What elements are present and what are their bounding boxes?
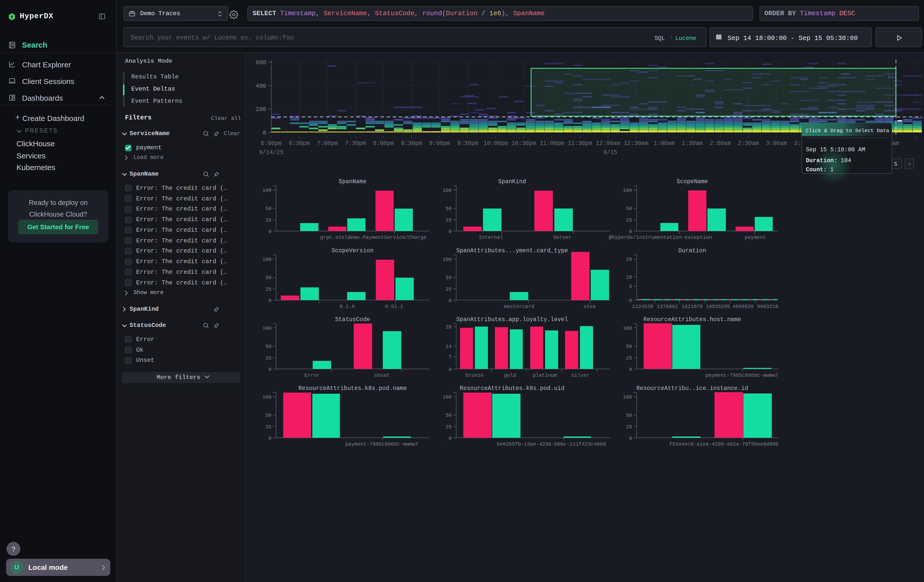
svg-text:0: 0 (629, 229, 632, 234)
svg-text:10: 10 (626, 274, 632, 280)
svg-text:1: 1 (830, 167, 834, 173)
svg-text:ScopeVersion: ScopeVersion (332, 247, 374, 254)
svg-text:50: 50 (446, 412, 452, 418)
svg-text:50: 50 (626, 206, 632, 211)
svg-text:payment-7985c8969c-mwmw7: payment-7985c8969c-mwmw7 (345, 441, 418, 447)
svg-text:gold: gold (504, 373, 516, 378)
svg-text:platinum: platinum (533, 373, 557, 378)
svg-text:Duration:: Duration: (806, 157, 837, 164)
svg-text:8:30pm: 8:30pm (401, 140, 422, 147)
svg-text:12:00am: 12:00am (596, 140, 620, 147)
svg-text:0: 0 (449, 367, 452, 373)
svg-text:0: 0 (629, 367, 632, 373)
svg-text:25: 25 (626, 424, 632, 430)
svg-text:25: 25 (266, 287, 271, 292)
svg-text:100: 100 (442, 394, 452, 400)
svg-text:7: 7 (449, 354, 452, 360)
svg-text:1376801: 1376801 (657, 303, 678, 310)
svg-text:0: 0 (629, 435, 632, 441)
svg-text:Unset: Unset (375, 373, 390, 378)
svg-text:SpanName: SpanName (338, 178, 366, 185)
svg-text:SpanAttributes...yment.card_ty: SpanAttributes...yment.card_type (456, 247, 568, 254)
svg-text:100: 100 (623, 325, 632, 331)
svg-text:mastercard: mastercard (504, 303, 535, 310)
svg-text:bronze: bronze (465, 373, 484, 378)
svg-text:50: 50 (446, 275, 452, 280)
svg-text:8:00pm: 8:00pm (373, 140, 394, 147)
svg-text:0: 0 (449, 435, 452, 441)
svg-text:Error: Error (304, 373, 320, 378)
svg-text:50: 50 (266, 206, 271, 211)
svg-text:4090920: 4090920 (733, 303, 754, 310)
svg-text:0.51.1: 0.51.1 (385, 303, 403, 310)
svg-text:9/15: 9/15 (603, 149, 617, 156)
svg-text:10:30pm: 10:30pm (512, 140, 536, 147)
svg-text:50: 50 (626, 344, 632, 350)
svg-text:25: 25 (446, 218, 452, 223)
svg-text:25: 25 (266, 424, 271, 430)
svg-text:9/14/25: 9/14/25 (259, 149, 284, 156)
svg-text:104: 104 (841, 157, 851, 164)
svg-text:SpanKind: SpanKind (498, 178, 526, 185)
svg-text:ResourceAttributes.k8s.pod.nam: ResourceAttributes.k8s.pod.name (299, 385, 407, 392)
svg-text:19935295: 19935295 (706, 303, 730, 310)
svg-text:100: 100 (623, 188, 632, 193)
svg-text:9:00pm: 9:00pm (429, 140, 450, 147)
svg-text:25: 25 (266, 218, 271, 223)
svg-text:ResourceAttributes.host.name: ResourceAttributes.host.name (644, 316, 741, 323)
svg-text:2:30am: 2:30am (738, 140, 759, 147)
svg-text:StatusCode: StatusCode (335, 316, 370, 323)
svg-text:6:30pm: 6:30pm (289, 140, 310, 147)
svg-text:100: 100 (262, 257, 271, 262)
svg-text:@hyperdx/instrumentation-excep: @hyperdx/instrumentation-exception (609, 234, 712, 241)
svg-text:1621070: 1621070 (681, 303, 703, 310)
svg-text:0: 0 (269, 435, 271, 441)
svg-text:6:00pm: 6:00pm (261, 140, 282, 147)
svg-text:2:00am: 2:00am (710, 140, 731, 147)
svg-text:SpanAttributes.app.loyalty.lev: SpanAttributes.app.loyalty.level (456, 316, 568, 323)
svg-text:payment-7985c8969c-mwmw7: payment-7985c8969c-mwmw7 (705, 373, 778, 378)
svg-text:1:00am: 1:00am (653, 140, 675, 147)
svg-text:ScopeName: ScopeName (676, 178, 708, 185)
svg-text:600: 600 (256, 59, 266, 66)
svg-text:Server: Server (553, 234, 572, 241)
svg-text:25: 25 (446, 287, 452, 292)
svg-text:‹: ‹ (815, 161, 818, 168)
svg-text:visa: visa (583, 303, 596, 310)
svg-text:50: 50 (266, 275, 271, 280)
svg-text:grpc.oteldemo.PaymentService/C: grpc.oteldemo.PaymentService/Charge (320, 234, 426, 241)
svg-text:Duration: Duration (678, 247, 706, 254)
svg-text:7:30pm: 7:30pm (345, 140, 366, 147)
svg-text:25: 25 (626, 218, 632, 223)
svg-text:Sep 15 5:10:00 AM: Sep 15 5:10:00 AM (806, 147, 865, 153)
svg-text:100: 100 (262, 188, 271, 193)
svg-text:ResourceAttribu..ice.instance.: ResourceAttribu..ice.instance.id (636, 385, 748, 392)
svg-text:25: 25 (626, 355, 632, 361)
svg-text:100: 100 (623, 394, 632, 400)
svg-text:5: 5 (629, 284, 632, 290)
svg-text:100: 100 (442, 257, 452, 262)
svg-text:28: 28 (446, 324, 452, 330)
svg-text:11:30pm: 11:30pm (568, 140, 592, 147)
svg-text:Click & Drag to Select Data: Click & Drag to Select Data (805, 128, 889, 134)
svg-text:50: 50 (266, 412, 271, 418)
svg-text:25: 25 (446, 424, 452, 430)
svg-text:1:30am: 1:30am (681, 140, 703, 147)
svg-text:25: 25 (266, 355, 271, 361)
svg-text:Internal: Internal (479, 234, 503, 241)
svg-text:silver: silver (571, 373, 589, 378)
svg-text:9:30pm: 9:30pm (457, 140, 478, 147)
svg-text:50: 50 (266, 344, 271, 350)
svg-text:payment: payment (745, 234, 766, 241)
svg-text:9983218: 9983218 (757, 303, 778, 310)
svg-text:3:00am: 3:00am (766, 140, 787, 147)
svg-text:ResourceAttributes.k8s.pod.uid: ResourceAttributes.k8s.pod.uid (460, 385, 564, 392)
svg-text:50: 50 (626, 412, 632, 418)
svg-text:20: 20 (626, 257, 632, 262)
svg-text:5: 5 (894, 161, 897, 168)
svg-text:0: 0 (269, 298, 271, 303)
svg-text:11:00pm: 11:00pm (540, 140, 564, 147)
svg-text:50: 50 (446, 206, 452, 211)
svg-text:›: › (908, 161, 911, 168)
svg-text:0: 0 (262, 130, 266, 137)
